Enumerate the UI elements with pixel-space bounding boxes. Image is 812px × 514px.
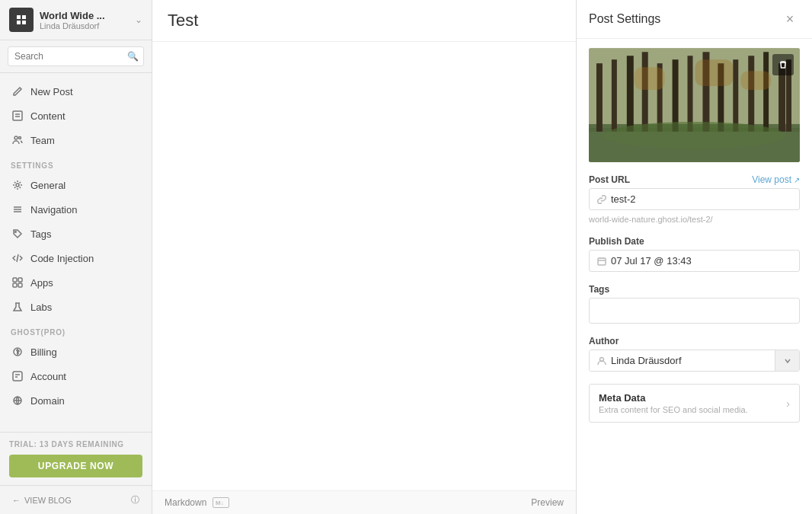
sidebar-item-billing[interactable]: Billing (0, 340, 152, 364)
svg-rect-48 (695, 59, 733, 86)
labs-icon (11, 300, 24, 314)
sidebar-header[interactable]: World Wide ... Linda Dräusdorf ⌄ (0, 0, 152, 40)
svg-rect-34 (642, 52, 648, 132)
search-section: 🔍 (0, 40, 152, 73)
svg-rect-18 (18, 283, 22, 287)
svg-rect-32 (612, 59, 617, 132)
site-info: World Wide ... Linda Dräusdorf (40, 10, 132, 30)
svg-rect-42 (763, 52, 769, 132)
tags-icon (11, 227, 24, 241)
code-injection-label: Code Injection (30, 253, 94, 264)
svg-rect-47 (635, 67, 665, 90)
help-icon: ⓘ (131, 494, 139, 506)
meta-data-sub: Extra content for SEO and social media. (599, 405, 748, 414)
upgrade-button[interactable]: UPGRADE NOW (9, 455, 142, 477)
url-input-wrap (589, 188, 800, 210)
sidebar-item-content[interactable]: Content (0, 104, 152, 128)
publish-date-input[interactable] (611, 255, 791, 267)
svg-rect-33 (627, 56, 634, 132)
sidebar-item-code-injection[interactable]: Code Injection (0, 246, 152, 270)
search-input[interactable] (8, 46, 144, 66)
publish-date-input-wrap (589, 250, 800, 272)
svg-text:M↓: M↓ (216, 500, 224, 506)
editor-footer: Markdown M↓ Preview (152, 490, 576, 514)
svg-rect-0 (17, 15, 21, 19)
apps-label: Apps (30, 277, 53, 289)
svg-rect-36 (673, 59, 679, 132)
author-value: Linda Dräusdorf (611, 355, 682, 366)
post-url-field: Post URL View post ↗ world-wide-nature.g… (589, 174, 800, 224)
svg-rect-37 (688, 56, 693, 132)
arrow-left-icon: ← (12, 496, 21, 505)
svg-rect-31 (596, 63, 603, 132)
post-settings-body: Post URL View post ↗ world-wide-nature.g… (577, 39, 812, 432)
general-icon (11, 178, 24, 192)
svg-rect-40 (733, 59, 738, 132)
external-link-icon: ↗ (794, 176, 800, 184)
view-post-link[interactable]: View post ↗ (752, 174, 800, 185)
link-icon (597, 195, 606, 204)
sidebar-item-navigation[interactable]: Navigation (0, 197, 152, 222)
svg-rect-50 (598, 258, 606, 265)
billing-icon (11, 345, 24, 359)
help-button[interactable]: ⓘ (126, 492, 144, 508)
sidebar-item-new-post[interactable]: New Post (0, 79, 152, 104)
tags-input[interactable] (589, 298, 800, 324)
content-icon (11, 109, 24, 123)
general-label: General (30, 180, 66, 191)
site-user: Linda Dräusdorf (40, 21, 132, 30)
user-icon (597, 356, 606, 366)
delete-image-button[interactable] (772, 54, 794, 75)
svg-rect-2 (17, 21, 21, 24)
svg-rect-41 (748, 56, 754, 132)
tags-field: Tags (589, 284, 800, 324)
svg-rect-17 (13, 283, 17, 287)
view-blog-button[interactable]: ← VIEW BLOG (8, 493, 76, 507)
svg-rect-16 (18, 278, 22, 282)
sidebar-item-domain[interactable]: Domain (0, 388, 152, 413)
publish-date-field: Publish Date (589, 236, 800, 272)
publish-date-label: Publish Date (589, 236, 800, 247)
sidebar-item-labs[interactable]: Labs (0, 295, 152, 319)
view-blog-label: VIEW BLOG (24, 496, 72, 505)
chevron-down-icon (784, 357, 791, 365)
billing-label: Billing (30, 346, 57, 358)
sidebar-nav: New Post Content Team SETTINGS General (0, 73, 152, 432)
sidebar-item-team[interactable]: Team (0, 128, 152, 152)
svg-rect-21 (13, 372, 22, 381)
sidebar-footer: TRIAL: 13 DAYS REMAINING UPGRADE NOW (0, 432, 152, 485)
sidebar-item-account[interactable]: Account (0, 364, 152, 388)
svg-rect-3 (22, 21, 26, 24)
meta-chevron-icon: › (786, 397, 790, 410)
main-content: Test Markdown M↓ Preview (152, 0, 576, 514)
sidebar-item-tags[interactable]: Tags (0, 222, 152, 246)
author-field: Author Linda Dräusdorf (589, 336, 800, 372)
markdown-icon: M↓ (213, 497, 229, 508)
meta-data-row[interactable]: Meta Data Extra content for SEO and soci… (589, 384, 800, 423)
content-label: Content (30, 110, 66, 122)
account-label: Account (30, 371, 66, 382)
preview-button[interactable]: Preview (531, 497, 564, 508)
editor-area[interactable] (152, 42, 576, 490)
navigation-icon (11, 203, 24, 216)
header-chevron-icon: ⌄ (135, 14, 142, 25)
url-input[interactable] (611, 193, 791, 205)
svg-rect-49 (740, 71, 771, 90)
svg-point-9 (16, 184, 19, 187)
view-post-label: View post (752, 174, 791, 185)
sidebar-item-apps[interactable]: Apps (0, 270, 152, 295)
markdown-label: Markdown (165, 497, 206, 508)
svg-rect-46 (589, 132, 800, 162)
tags-label: Tags (30, 228, 51, 240)
author-select-wrap: Linda Dräusdorf (589, 350, 800, 372)
post-settings-header: Post Settings × (577, 0, 812, 39)
sidebar-item-general[interactable]: General (0, 173, 152, 197)
domain-label: Domain (30, 395, 65, 407)
url-full-display: world-wide-nature.ghost.io/test-2/ (589, 215, 800, 224)
svg-rect-15 (13, 278, 17, 282)
svg-point-8 (19, 137, 21, 139)
close-button[interactable]: × (780, 9, 800, 29)
author-select-button[interactable] (775, 350, 799, 371)
meta-data-info: Meta Data Extra content for SEO and soci… (599, 392, 748, 414)
team-label: Team (30, 135, 55, 146)
